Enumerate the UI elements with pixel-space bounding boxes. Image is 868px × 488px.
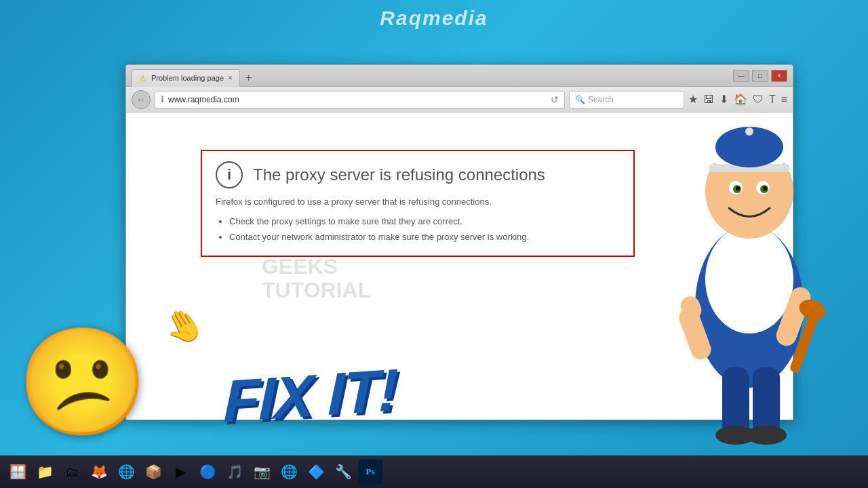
new-tab-button[interactable]: + [240,69,257,87]
error-list-item-2: Contact your network administrator to ma… [229,229,620,245]
svg-point-21 [746,426,787,445]
taskbar-icon-tool[interactable]: 🔧 [331,460,355,484]
taskbar-icon-media[interactable]: ▶ [168,460,193,484]
address-info-icon: ℹ [161,94,164,104]
taskbar-icon-audio[interactable]: 🎵 [222,460,247,484]
tab-warning-icon: ⚠ [139,73,147,83]
taskbar-icon-firefox[interactable]: 🦊 [87,460,111,484]
error-title: The proxy server is refusing connections [253,165,545,184]
svg-point-1 [705,225,793,333]
error-list-item-1: Check the proxy settings to make sure th… [229,214,620,229]
taskbar-icon-camera[interactable]: 📷 [250,460,274,484]
error-list: Check the proxy settings to make sure th… [216,214,620,245]
svg-point-11 [736,186,740,190]
taskbar-icon-chrome[interactable]: 🔵 [195,460,220,484]
taskbar-icon-folder[interactable]: 📁 [33,460,57,484]
taskbar-icon-utorrent[interactable]: 📦 [141,460,165,484]
watermark-logo: Raqmedia [380,7,488,30]
back-button[interactable]: ← [132,90,151,109]
error-description: Firefox is configured to use a proxy ser… [216,197,620,207]
tab-close-button[interactable]: × [228,73,233,83]
svg-rect-19 [753,367,780,435]
geeks-tutorial-watermark: GEEKS TUTORIAL [262,255,371,302]
taskbar: 🪟 📁 🗂 🦊 🌐 📦 ▶ 🔵 🎵 📷 🌐 🔷 🔧 Ps [0,455,868,488]
reload-button[interactable]: ↺ [551,94,559,105]
search-icon: 🔍 [575,95,585,104]
error-info-icon: i [216,161,243,188]
taskbar-icon-bluetooth[interactable]: 🔷 [304,460,328,484]
fix-it-text: FIX IT! [223,355,398,436]
taskbar-icon-files[interactable]: 🗂 [60,460,84,484]
url-text: www.raqmedia.com [168,95,547,104]
address-bar[interactable]: ℹ www.raqmedia.com ↺ [155,91,565,108]
confused-emoji: 😕 [17,321,148,444]
error-box: i The proxy server is refusing connectio… [201,150,635,257]
svg-point-12 [763,186,767,190]
svg-point-6 [745,127,753,136]
browser-tab[interactable]: ⚠ Problem loading page × [132,69,240,87]
svg-rect-18 [722,367,749,435]
taskbar-icon-windows[interactable]: 🪟 [5,460,30,484]
error-header: i The proxy server is refusing connectio… [216,161,620,188]
taskbar-icon-globe[interactable]: 🌐 [114,460,138,484]
search-placeholder: Search [588,95,614,104]
taskbar-icon-network[interactable]: 🌐 [277,460,301,484]
tab-title: Problem loading page [151,74,224,82]
plumber-character [631,49,868,455]
taskbar-icon-ps[interactable]: Ps [358,460,382,484]
